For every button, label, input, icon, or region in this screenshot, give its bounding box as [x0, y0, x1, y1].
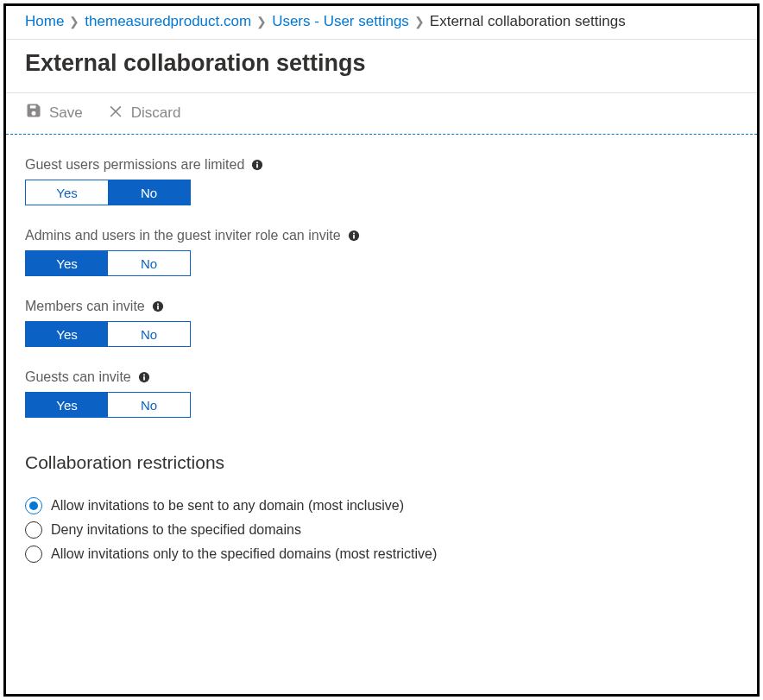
setting-guest-permissions: Guest users permissions are limited Yes … [25, 157, 738, 205]
radio-icon [25, 521, 42, 539]
setting-label: Guest users permissions are limited [25, 157, 244, 173]
radio-allow-specified[interactable]: Allow invitations only to the specified … [25, 545, 738, 563]
svg-rect-10 [143, 376, 145, 380]
toggle-yes[interactable]: Yes [26, 393, 108, 417]
save-button[interactable]: Save [25, 102, 83, 123]
save-label: Save [49, 104, 83, 122]
info-icon[interactable] [152, 300, 164, 312]
toggle-guests-invite[interactable]: Yes No [25, 392, 191, 418]
svg-rect-7 [157, 306, 159, 309]
svg-rect-8 [157, 304, 159, 306]
radio-label: Deny invitations to the specified domain… [51, 522, 301, 538]
chevron-right-icon: ❯ [256, 15, 267, 28]
toggle-no[interactable]: No [108, 180, 190, 205]
toggle-no[interactable]: No [108, 251, 190, 275]
svg-rect-5 [353, 233, 355, 235]
info-icon[interactable] [251, 159, 263, 171]
toggle-guest-permissions[interactable]: Yes No [25, 180, 191, 205]
page-title: External collaboration settings [6, 40, 757, 92]
toggle-yes[interactable]: Yes [26, 180, 108, 205]
svg-rect-11 [143, 375, 145, 376]
restrictions-radio-group: Allow invitations to be sent to any doma… [25, 497, 738, 563]
chevron-right-icon: ❯ [69, 15, 79, 28]
toggle-no[interactable]: No [108, 322, 190, 346]
toggle-yes[interactable]: Yes [26, 251, 108, 275]
toggle-no[interactable]: No [108, 393, 190, 417]
radio-allow-any[interactable]: Allow invitations to be sent to any doma… [25, 497, 738, 514]
info-icon[interactable] [138, 371, 150, 383]
svg-rect-1 [256, 164, 258, 167]
setting-label: Admins and users in the guest inviter ro… [25, 228, 341, 243]
breadcrumb-link-home[interactable]: Home [25, 13, 64, 30]
toggle-guest-inviter[interactable]: Yes No [25, 250, 191, 276]
breadcrumb-link-domain[interactable]: themeasuredproduct.com [85, 13, 251, 30]
radio-icon [25, 497, 42, 514]
info-icon[interactable] [348, 230, 360, 242]
setting-members-invite: Members can invite Yes No [25, 299, 738, 347]
setting-label: Guests can invite [25, 369, 131, 385]
svg-rect-2 [256, 162, 258, 164]
radio-label: Allow invitations only to the specified … [51, 546, 437, 562]
setting-label: Members can invite [25, 299, 145, 314]
settings-body: Guest users permissions are limited Yes … [6, 135, 757, 585]
setting-guests-invite: Guests can invite Yes No [25, 369, 738, 418]
toolbar: Save Discard [6, 92, 757, 135]
setting-guest-inviter: Admins and users in the guest inviter ro… [25, 228, 738, 276]
radio-icon [25, 545, 42, 563]
discard-label: Discard [131, 104, 181, 122]
chevron-right-icon: ❯ [414, 15, 425, 28]
breadcrumb-link-users[interactable]: Users - User settings [272, 13, 409, 30]
discard-button[interactable]: Discard [107, 102, 181, 123]
restrictions-heading: Collaboration restrictions [25, 452, 738, 473]
radio-deny-specified[interactable]: Deny invitations to the specified domain… [25, 521, 738, 539]
breadcrumb: Home ❯ themeasuredproduct.com ❯ Users - … [6, 6, 757, 40]
svg-rect-4 [353, 235, 355, 238]
toggle-yes[interactable]: Yes [26, 322, 108, 346]
toggle-members-invite[interactable]: Yes No [25, 321, 191, 347]
breadcrumb-current: External collaboration settings [430, 13, 626, 30]
save-icon [25, 102, 42, 123]
close-icon [107, 102, 124, 123]
radio-label: Allow invitations to be sent to any doma… [51, 498, 404, 514]
